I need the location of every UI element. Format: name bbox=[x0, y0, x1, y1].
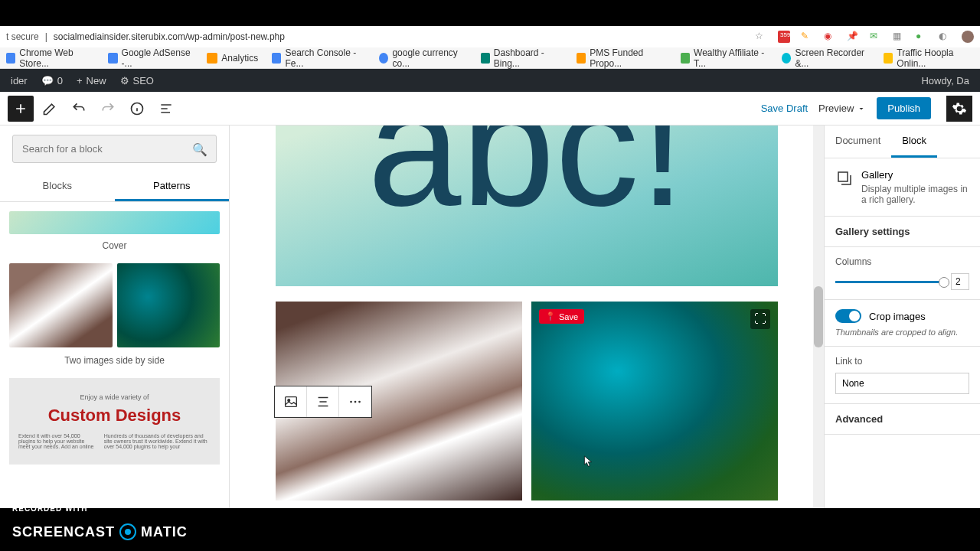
extension-icon[interactable]: 📌 bbox=[847, 31, 859, 43]
bookmark[interactable]: Traffic Hoopla Onlin... bbox=[884, 47, 974, 69]
cursor-icon bbox=[583, 455, 594, 468]
extension-icon[interactable]: ▦ bbox=[893, 31, 905, 43]
bookmark[interactable]: Analytics bbox=[207, 53, 258, 64]
svg-rect-6 bbox=[838, 172, 848, 181]
bookmark[interactable]: Screen Recorder &... bbox=[782, 47, 870, 69]
security-text: t secure bbox=[6, 31, 39, 42]
screencastomatic-logo: SCREENCAST MATIC bbox=[12, 523, 188, 540]
svg-point-2 bbox=[287, 399, 289, 402]
cover-text: abc! bbox=[368, 126, 686, 214]
search-icon: 🔍 bbox=[192, 142, 207, 157]
columns-label: Columns bbox=[835, 256, 969, 267]
undo-button[interactable] bbox=[66, 96, 92, 122]
svg-point-5 bbox=[358, 401, 361, 403]
preview-button[interactable]: Preview bbox=[818, 103, 866, 114]
pattern-label: Cover bbox=[9, 240, 220, 251]
linkto-select[interactable]: None bbox=[835, 373, 969, 394]
bookmark[interactable]: Wealthy Affiliate - T... bbox=[681, 47, 768, 69]
cover-block[interactable]: abc! bbox=[276, 126, 778, 286]
block-description: Display multiple images in a rich galler… bbox=[861, 184, 969, 205]
editor-canvas[interactable]: abc! 📍Save ⛶ bbox=[230, 126, 824, 508]
tab-block[interactable]: Block bbox=[891, 126, 937, 158]
bookmark[interactable]: google currency co... bbox=[379, 47, 466, 69]
bookmark-star-icon[interactable]: ☆ bbox=[755, 31, 767, 43]
url-text: socialmediainsider.siterubix.com/wp-admi… bbox=[54, 31, 285, 42]
bookmarks-bar: Chrome Web Store... Google AdSense -... … bbox=[0, 47, 980, 69]
extension-icon[interactable]: ◐ bbox=[939, 31, 951, 43]
block-title: Gallery bbox=[861, 169, 969, 181]
pattern-label: Two images side by side bbox=[9, 355, 220, 366]
tab-document[interactable]: Document bbox=[825, 126, 891, 158]
extension-icon[interactable]: ✉ bbox=[870, 31, 882, 43]
edit-icon[interactable] bbox=[37, 96, 63, 122]
scrollbar[interactable] bbox=[813, 126, 824, 508]
bookmark[interactable]: Chrome Web Store... bbox=[6, 47, 94, 69]
bookmark[interactable]: Google AdSense -... bbox=[108, 47, 193, 69]
publish-button[interactable]: Publish bbox=[877, 97, 931, 119]
pattern-two-images[interactable] bbox=[9, 263, 220, 347]
align-button[interactable] bbox=[307, 386, 339, 417]
site-name[interactable]: ider bbox=[11, 75, 28, 86]
advanced-header[interactable]: Advanced bbox=[825, 404, 980, 435]
block-settings-panel: Document Block Gallery Display multiple … bbox=[824, 126, 980, 508]
crop-toggle[interactable] bbox=[835, 309, 861, 323]
bookmark[interactable]: PMS Funded Propo... bbox=[577, 47, 667, 69]
columns-value[interactable]: 2 bbox=[951, 273, 969, 290]
redo-button[interactable] bbox=[95, 96, 121, 122]
extension-icon[interactable]: ◉ bbox=[824, 31, 836, 43]
gallery-icon bbox=[835, 169, 854, 187]
pattern-custom-designs[interactable]: Enjoy a wide variety of Custom Designs E… bbox=[9, 378, 220, 465]
svg-rect-1 bbox=[285, 397, 296, 407]
search-input[interactable] bbox=[12, 135, 217, 163]
svg-point-3 bbox=[350, 401, 352, 403]
gallery-image[interactable]: 📍Save ⛶ bbox=[531, 302, 778, 500]
fullscreen-icon[interactable]: ⛶ bbox=[750, 309, 770, 329]
seo-button[interactable]: ⚙ SEO bbox=[120, 75, 154, 86]
columns-slider[interactable] bbox=[835, 281, 945, 283]
pinterest-save-button[interactable]: 📍Save bbox=[539, 309, 584, 324]
outline-button[interactable] bbox=[153, 96, 179, 122]
pattern-cover[interactable] bbox=[9, 211, 220, 234]
chevron-down-icon bbox=[857, 104, 866, 113]
block-inserter-panel: 🔍 Blocks Patterns Cover Two images side … bbox=[0, 126, 230, 508]
editor-toolbar: Save Draft Preview Publish bbox=[0, 92, 980, 126]
comments-count[interactable]: 💬 0 bbox=[41, 75, 63, 86]
block-toolbar bbox=[274, 386, 372, 418]
recorded-with-text: RECORDED WITH bbox=[12, 504, 88, 513]
block-type-button[interactable] bbox=[275, 386, 307, 417]
bookmark[interactable]: Dashboard - Bing... bbox=[481, 47, 563, 69]
browser-url-bar: t secure | socialmediainsider.siterubix.… bbox=[0, 26, 980, 47]
add-block-button[interactable] bbox=[8, 96, 34, 122]
howdy[interactable]: Howdy, Da bbox=[921, 75, 969, 86]
bookmark[interactable]: Search Console - Fe... bbox=[272, 47, 365, 69]
settings-button[interactable] bbox=[946, 96, 972, 122]
svg-point-4 bbox=[354, 401, 357, 403]
crop-label: Crop images bbox=[869, 311, 926, 322]
linkto-label: Link to bbox=[835, 356, 969, 367]
tab-blocks[interactable]: Blocks bbox=[0, 172, 115, 201]
extension-icon[interactable]: ✎ bbox=[801, 31, 813, 43]
gallery-settings-header[interactable]: Gallery settings bbox=[825, 217, 980, 247]
more-button[interactable] bbox=[339, 386, 371, 417]
info-button[interactable] bbox=[124, 96, 150, 122]
tab-patterns[interactable]: Patterns bbox=[115, 172, 230, 201]
avatar[interactable] bbox=[962, 31, 974, 43]
crop-hint: Thumbnails are cropped to align. bbox=[835, 328, 969, 337]
extension-badge[interactable]: 35915 bbox=[778, 31, 790, 43]
extension-icon[interactable]: ● bbox=[916, 31, 928, 43]
save-draft-button[interactable]: Save Draft bbox=[761, 103, 808, 114]
wp-admin-bar: ider 💬 0 + New ⚙ SEO Howdy, Da bbox=[0, 69, 980, 92]
new-button[interactable]: + New bbox=[77, 75, 106, 86]
